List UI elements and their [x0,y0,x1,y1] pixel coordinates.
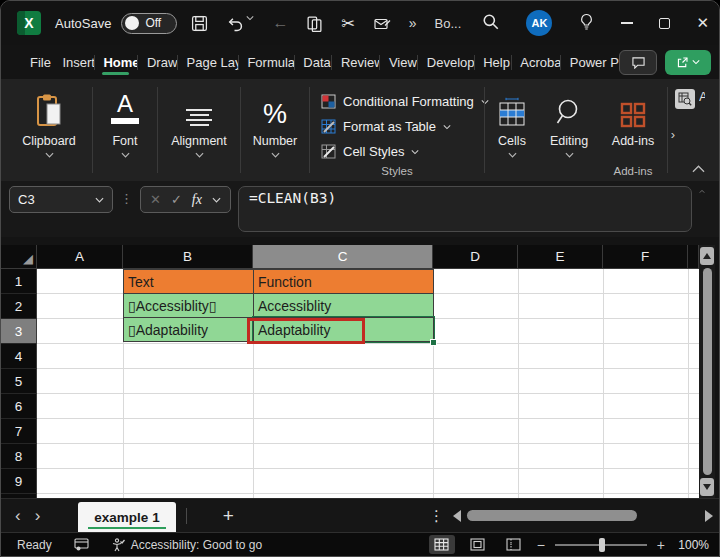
tab-power-pivot[interactable]: Power Piv [561,49,619,76]
cells-group[interactable]: Cells [486,85,538,181]
row-header-5[interactable]: 5 [1,369,37,394]
minimize-button[interactable] [621,22,633,24]
h-scroll-right-icon[interactable] [705,510,713,522]
close-button[interactable]: ✕ [696,14,709,32]
previous-sheet-icon[interactable]: ‹ [1,506,35,526]
cancel-icon[interactable]: ✕ [150,192,161,207]
percent-icon: % [263,87,287,129]
search-icon[interactable] [482,13,500,34]
page-break-view-button[interactable] [501,535,527,554]
collapse-ribbon-icon[interactable] [692,165,705,173]
tab-acrobat[interactable]: Acrobat [511,49,560,76]
styles-group: Conditional Formatting Format as Table C… [311,85,483,181]
cell-styles-button[interactable]: Cell Styles [321,139,419,164]
vertical-scrollbar[interactable] [699,245,715,498]
excel-app-icon[interactable]: X [17,11,41,35]
cell-b1[interactable]: Text [123,269,254,294]
tab-insert[interactable]: Insert [53,49,93,76]
tab-view[interactable]: View [380,49,417,76]
column-header-e[interactable]: E [518,245,603,269]
zoom-slider-thumb[interactable] [599,538,605,552]
lightbulb-icon[interactable] [578,13,595,34]
alignment-group[interactable]: Alignment [159,85,239,181]
tab-file[interactable]: File [21,49,53,76]
clipboard-group[interactable]: Clipboard [7,85,91,181]
h-scroll-left-icon[interactable] [453,510,461,522]
macro-record-icon[interactable] [74,538,89,551]
autosave-toggle[interactable]: Off [121,13,177,34]
formula-input[interactable]: =CLEAN(B3) [238,186,692,232]
row-header-7[interactable]: 7 [1,419,37,444]
page-layout-view-button[interactable] [465,535,491,554]
addins-button[interactable]: Add-ins [612,87,654,148]
tab-data[interactable]: Data [294,49,331,76]
scroll-up-button[interactable] [700,247,714,265]
expand-formula-bar-icon[interactable] [699,186,711,193]
ribbon-right-rail: A › [669,85,719,181]
scroll-down-button[interactable] [700,478,714,496]
cell-b3[interactable]: ▯Adaptability [123,317,254,342]
quick-access-overflow-icon[interactable]: » [409,15,417,31]
vertical-scroll-thumb[interactable] [703,268,712,475]
row-header-6[interactable]: 6 [1,394,37,419]
font-group[interactable]: A Font [94,85,156,181]
share-button[interactable] [665,50,711,75]
editing-group[interactable]: Editing [538,85,600,181]
insert-function-button[interactable]: fx [192,192,202,208]
column-header-f[interactable]: F [603,245,688,269]
tab-page-layout[interactable]: Page Layc [178,49,238,76]
normal-view-button[interactable] [429,535,455,554]
accessibility-status[interactable]: Accessibility: Good to go [111,538,262,552]
tab-home[interactable]: Home [94,49,137,76]
undo-button[interactable] [226,15,254,32]
zoom-out-icon[interactable]: − [537,537,545,553]
comments-button[interactable] [619,50,657,75]
zoom-level[interactable]: 100% [675,538,709,552]
analyze-addin-icon[interactable] [675,89,695,109]
comment-icon [631,56,646,69]
document-title[interactable]: Bo... [435,16,462,31]
fill-handle[interactable] [430,339,437,346]
horizontal-scroll-thumb[interactable] [467,510,637,521]
sheet-tab-example-1[interactable]: example 1 [78,502,175,532]
cut-icon[interactable]: ✂ [341,14,354,33]
row-header-9[interactable]: 9 [1,469,37,494]
column-header-a[interactable]: A [37,245,123,269]
row-header-4[interactable]: 4 [1,344,37,369]
enter-icon[interactable]: ✓ [171,192,182,207]
cell-c3[interactable]: Adaptability [253,317,434,342]
cell-c1[interactable]: Function [253,269,434,294]
tab-review[interactable]: Review [332,49,379,76]
sheet-options-icon[interactable]: ⋮ [429,507,444,525]
row-header-2[interactable]: 2 [1,294,37,319]
cells-canvas[interactable]: Text Function ▯Accessiblity▯ Accessiblit… [37,269,699,498]
tab-developer[interactable]: Develope [418,49,474,76]
column-header-d[interactable]: D [433,245,518,269]
tab-formulas[interactable]: Formulas [238,49,293,76]
account-avatar[interactable]: AK [526,10,552,36]
cell-b2[interactable]: ▯Accessiblity▯ [123,293,254,318]
tab-help[interactable]: Help [474,49,510,76]
new-sheet-button[interactable]: + [209,505,248,527]
name-box[interactable]: C3 [9,186,113,213]
maximize-button[interactable] [659,18,670,29]
save-icon[interactable] [191,15,208,32]
next-sheet-icon[interactable]: › [35,506,55,526]
zoom-slider[interactable] [555,544,647,546]
column-header-b[interactable]: B [123,245,253,269]
tab-draw[interactable]: Draw [138,49,177,76]
format-as-table-button[interactable]: Format as Table [321,114,451,139]
mail-attach-icon[interactable] [373,16,391,31]
row-header-1[interactable]: 1 [1,269,37,294]
ribbon-scroll-right-icon[interactable]: › [671,127,675,142]
column-header-c[interactable]: C [253,245,433,269]
select-all-button[interactable]: ◢ [1,245,37,269]
conditional-formatting-button[interactable]: Conditional Formatting [321,89,489,114]
cell-c2[interactable]: Accessiblity [253,293,434,318]
horizontal-scrollbar[interactable] [453,499,713,532]
number-group[interactable]: % Number [242,85,308,181]
row-header-8[interactable]: 8 [1,444,37,469]
zoom-in-icon[interactable]: + [657,537,665,553]
copy-icon[interactable] [306,15,323,32]
row-header-3[interactable]: 3 [1,319,37,344]
